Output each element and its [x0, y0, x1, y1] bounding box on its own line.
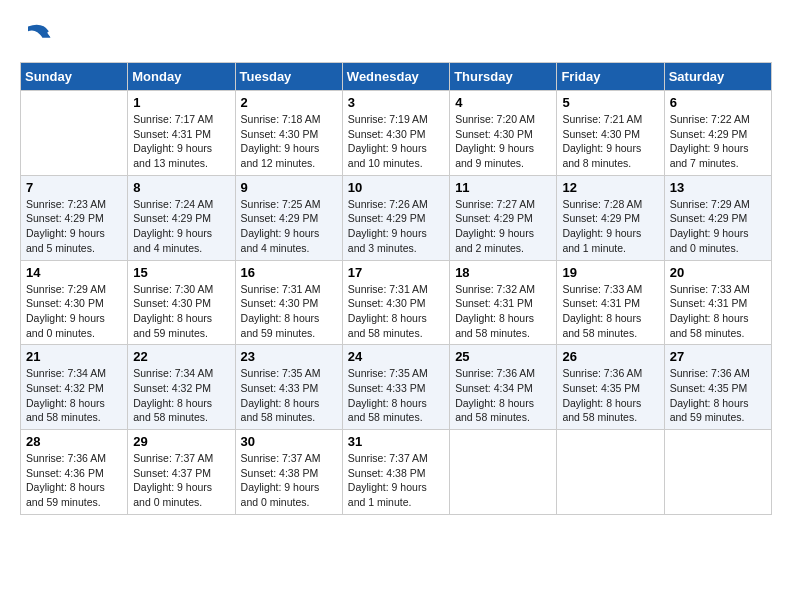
calendar-cell: 24Sunrise: 7:35 AMSunset: 4:33 PMDayligh…	[342, 345, 449, 430]
calendar-cell: 28Sunrise: 7:36 AMSunset: 4:36 PMDayligh…	[21, 430, 128, 515]
sunrise-text: Sunrise: 7:33 AM	[670, 283, 750, 295]
cell-content: 4Sunrise: 7:20 AMSunset: 4:30 PMDaylight…	[455, 95, 551, 171]
daylight-text: Daylight: 8 hours and 58 minutes.	[455, 312, 534, 339]
calendar-cell: 7Sunrise: 7:23 AMSunset: 4:29 PMDaylight…	[21, 175, 128, 260]
sunset-text: Sunset: 4:29 PM	[348, 212, 426, 224]
calendar-cell: 25Sunrise: 7:36 AMSunset: 4:34 PMDayligh…	[450, 345, 557, 430]
sunset-text: Sunset: 4:31 PM	[670, 297, 748, 309]
sunset-text: Sunset: 4:29 PM	[455, 212, 533, 224]
sunrise-text: Sunrise: 7:35 AM	[348, 367, 428, 379]
sunrise-text: Sunrise: 7:20 AM	[455, 113, 535, 125]
day-number: 23	[241, 349, 337, 364]
day-number: 26	[562, 349, 658, 364]
cell-info: Sunrise: 7:32 AMSunset: 4:31 PMDaylight:…	[455, 282, 551, 341]
sunset-text: Sunset: 4:30 PM	[562, 128, 640, 140]
sunset-text: Sunset: 4:38 PM	[348, 467, 426, 479]
cell-content: 1Sunrise: 7:17 AMSunset: 4:31 PMDaylight…	[133, 95, 229, 171]
day-number: 21	[26, 349, 122, 364]
calendar-cell	[557, 430, 664, 515]
day-number: 18	[455, 265, 551, 280]
day-number: 30	[241, 434, 337, 449]
daylight-text: Daylight: 8 hours and 58 minutes.	[348, 312, 427, 339]
calendar-cell	[21, 91, 128, 176]
daylight-text: Daylight: 8 hours and 58 minutes.	[455, 397, 534, 424]
calendar-cell: 19Sunrise: 7:33 AMSunset: 4:31 PMDayligh…	[557, 260, 664, 345]
calendar-week-1: 1Sunrise: 7:17 AMSunset: 4:31 PMDaylight…	[21, 91, 772, 176]
sunrise-text: Sunrise: 7:36 AM	[26, 452, 106, 464]
cell-info: Sunrise: 7:19 AMSunset: 4:30 PMDaylight:…	[348, 112, 444, 171]
cell-info: Sunrise: 7:37 AMSunset: 4:37 PMDaylight:…	[133, 451, 229, 510]
cell-content: 17Sunrise: 7:31 AMSunset: 4:30 PMDayligh…	[348, 265, 444, 341]
sunset-text: Sunset: 4:35 PM	[562, 382, 640, 394]
sunset-text: Sunset: 4:32 PM	[133, 382, 211, 394]
daylight-text: Daylight: 8 hours and 58 minutes.	[26, 397, 105, 424]
cell-info: Sunrise: 7:33 AMSunset: 4:31 PMDaylight:…	[562, 282, 658, 341]
calendar-cell: 5Sunrise: 7:21 AMSunset: 4:30 PMDaylight…	[557, 91, 664, 176]
daylight-text: Daylight: 8 hours and 58 minutes.	[133, 397, 212, 424]
cell-info: Sunrise: 7:22 AMSunset: 4:29 PMDaylight:…	[670, 112, 766, 171]
sunset-text: Sunset: 4:32 PM	[26, 382, 104, 394]
sunrise-text: Sunrise: 7:31 AM	[348, 283, 428, 295]
daylight-text: Daylight: 9 hours and 4 minutes.	[241, 227, 320, 254]
calendar-cell: 13Sunrise: 7:29 AMSunset: 4:29 PMDayligh…	[664, 175, 771, 260]
daylight-text: Daylight: 9 hours and 0 minutes.	[241, 481, 320, 508]
sunset-text: Sunset: 4:33 PM	[348, 382, 426, 394]
cell-content: 8Sunrise: 7:24 AMSunset: 4:29 PMDaylight…	[133, 180, 229, 256]
calendar-cell: 30Sunrise: 7:37 AMSunset: 4:38 PMDayligh…	[235, 430, 342, 515]
calendar-cell: 18Sunrise: 7:32 AMSunset: 4:31 PMDayligh…	[450, 260, 557, 345]
cell-info: Sunrise: 7:21 AMSunset: 4:30 PMDaylight:…	[562, 112, 658, 171]
sunrise-text: Sunrise: 7:18 AM	[241, 113, 321, 125]
sunset-text: Sunset: 4:30 PM	[26, 297, 104, 309]
calendar-cell: 8Sunrise: 7:24 AMSunset: 4:29 PMDaylight…	[128, 175, 235, 260]
cell-content: 25Sunrise: 7:36 AMSunset: 4:34 PMDayligh…	[455, 349, 551, 425]
cell-content: 30Sunrise: 7:37 AMSunset: 4:38 PMDayligh…	[241, 434, 337, 510]
day-number: 17	[348, 265, 444, 280]
day-number: 9	[241, 180, 337, 195]
sunrise-text: Sunrise: 7:25 AM	[241, 198, 321, 210]
cell-info: Sunrise: 7:33 AMSunset: 4:31 PMDaylight:…	[670, 282, 766, 341]
sunset-text: Sunset: 4:38 PM	[241, 467, 319, 479]
daylight-text: Daylight: 8 hours and 59 minutes.	[133, 312, 212, 339]
calendar-cell: 14Sunrise: 7:29 AMSunset: 4:30 PMDayligh…	[21, 260, 128, 345]
cell-content: 9Sunrise: 7:25 AMSunset: 4:29 PMDaylight…	[241, 180, 337, 256]
logo	[20, 20, 56, 52]
sunset-text: Sunset: 4:29 PM	[670, 128, 748, 140]
day-number: 28	[26, 434, 122, 449]
cell-info: Sunrise: 7:24 AMSunset: 4:29 PMDaylight:…	[133, 197, 229, 256]
daylight-text: Daylight: 9 hours and 9 minutes.	[455, 142, 534, 169]
day-number: 8	[133, 180, 229, 195]
cell-info: Sunrise: 7:25 AMSunset: 4:29 PMDaylight:…	[241, 197, 337, 256]
cell-content: 24Sunrise: 7:35 AMSunset: 4:33 PMDayligh…	[348, 349, 444, 425]
daylight-text: Daylight: 8 hours and 58 minutes.	[562, 397, 641, 424]
sunset-text: Sunset: 4:30 PM	[348, 128, 426, 140]
calendar-cell: 27Sunrise: 7:36 AMSunset: 4:35 PMDayligh…	[664, 345, 771, 430]
cell-content: 11Sunrise: 7:27 AMSunset: 4:29 PMDayligh…	[455, 180, 551, 256]
sunrise-text: Sunrise: 7:37 AM	[241, 452, 321, 464]
cell-content: 28Sunrise: 7:36 AMSunset: 4:36 PMDayligh…	[26, 434, 122, 510]
sunrise-text: Sunrise: 7:37 AM	[348, 452, 428, 464]
sunset-text: Sunset: 4:29 PM	[26, 212, 104, 224]
day-number: 16	[241, 265, 337, 280]
cell-content: 26Sunrise: 7:36 AMSunset: 4:35 PMDayligh…	[562, 349, 658, 425]
cell-info: Sunrise: 7:26 AMSunset: 4:29 PMDaylight:…	[348, 197, 444, 256]
day-number: 3	[348, 95, 444, 110]
cell-info: Sunrise: 7:31 AMSunset: 4:30 PMDaylight:…	[348, 282, 444, 341]
cell-info: Sunrise: 7:34 AMSunset: 4:32 PMDaylight:…	[133, 366, 229, 425]
calendar-cell: 23Sunrise: 7:35 AMSunset: 4:33 PMDayligh…	[235, 345, 342, 430]
calendar-cell: 4Sunrise: 7:20 AMSunset: 4:30 PMDaylight…	[450, 91, 557, 176]
sunrise-text: Sunrise: 7:28 AM	[562, 198, 642, 210]
day-number: 22	[133, 349, 229, 364]
sunset-text: Sunset: 4:36 PM	[26, 467, 104, 479]
calendar-cell: 26Sunrise: 7:36 AMSunset: 4:35 PMDayligh…	[557, 345, 664, 430]
daylight-text: Daylight: 8 hours and 59 minutes.	[241, 312, 320, 339]
daylight-text: Daylight: 8 hours and 58 minutes.	[348, 397, 427, 424]
day-number: 27	[670, 349, 766, 364]
sunrise-text: Sunrise: 7:31 AM	[241, 283, 321, 295]
sunset-text: Sunset: 4:29 PM	[562, 212, 640, 224]
sunrise-text: Sunrise: 7:23 AM	[26, 198, 106, 210]
calendar-table: SundayMondayTuesdayWednesdayThursdayFrid…	[20, 62, 772, 515]
sunset-text: Sunset: 4:30 PM	[348, 297, 426, 309]
calendar-cell: 17Sunrise: 7:31 AMSunset: 4:30 PMDayligh…	[342, 260, 449, 345]
sunrise-text: Sunrise: 7:33 AM	[562, 283, 642, 295]
sunrise-text: Sunrise: 7:22 AM	[670, 113, 750, 125]
